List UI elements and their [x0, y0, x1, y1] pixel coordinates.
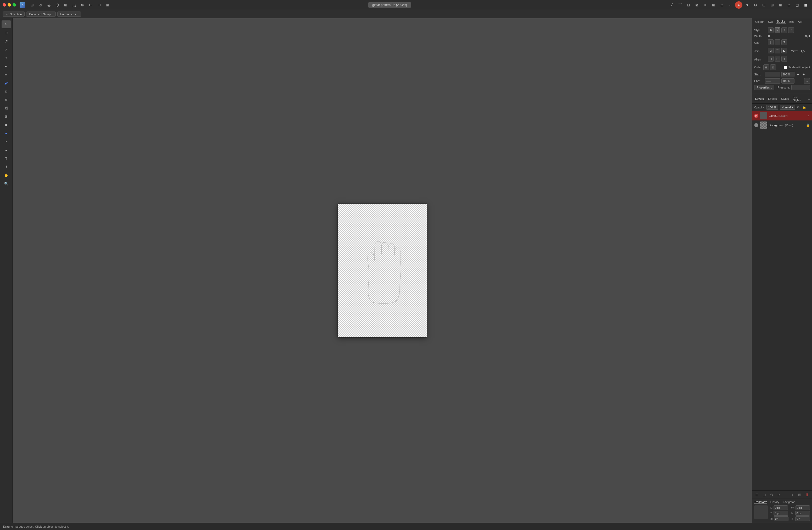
pressure-field[interactable] [791, 85, 810, 90]
paint-tool-button[interactable]: 🖌 [2, 79, 11, 87]
transform-icon[interactable]: ⊕ [79, 1, 86, 9]
no-selection-button[interactable]: No Selection [3, 12, 25, 17]
align-inside-icon[interactable]: ⊣ [768, 56, 773, 62]
stroke-tab[interactable]: Stroke [776, 19, 786, 24]
grid2-icon[interactable]: ⊞ [62, 1, 69, 9]
end-line-selector[interactable]: —— [765, 78, 780, 84]
layer-settings-2-icon[interactable]: ⊞ [797, 492, 802, 498]
start-plus2-btn[interactable]: + [801, 72, 806, 77]
cap-square-icon[interactable]: ⊤ [781, 39, 787, 45]
layer-lock-icon[interactable]: 🔒 [802, 106, 806, 109]
snap-icon[interactable]: ⊕ [719, 1, 726, 9]
layers-options-icon[interactable]: ≡ [808, 97, 810, 101]
view-icon[interactable]: ◎ [45, 1, 53, 9]
effects-tab[interactable]: Effects [767, 97, 778, 101]
selection-icon[interactable]: ⬚ [70, 1, 78, 9]
pencil-tool-button[interactable]: ✏ [2, 71, 11, 79]
layer-vis-bg[interactable] [754, 123, 758, 127]
order-2-icon[interactable]: ⊠ [770, 65, 776, 70]
triangle-tool-button[interactable]: ▲ [2, 146, 11, 154]
grid3-icon[interactable]: ⊞ [710, 1, 717, 9]
justify-icon[interactable]: ≡ [701, 1, 709, 9]
oval-tool-button[interactable]: ● [2, 129, 11, 137]
export-icon[interactable]: ⊞ [769, 1, 776, 9]
styles-tab[interactable]: Styles [780, 97, 790, 101]
image-tool-button[interactable]: 🖼 [2, 104, 11, 112]
start-pct-selector[interactable]: 100 % [781, 72, 795, 77]
arrow-tool-button[interactable]: ↖ [2, 20, 11, 28]
layer-settings-icon[interactable]: ⚙ [797, 106, 800, 109]
minimize-button[interactable] [8, 3, 11, 6]
transform-tab[interactable]: Transform [754, 500, 767, 504]
history-tab[interactable]: History [770, 500, 779, 504]
layer-vis-1[interactable]: ▶ [754, 114, 758, 118]
stroke-outer-icon[interactable]: ↗ [781, 27, 787, 33]
scale-with-object-checkbox[interactable] [784, 66, 787, 69]
opacity-value[interactable]: 100 % [766, 105, 778, 110]
text-styles-tab[interactable]: Text Styles [792, 95, 806, 102]
h-field[interactable]: 0 px [795, 511, 810, 516]
align-center-stroke-icon[interactable]: ⊢ [774, 56, 780, 62]
share-icon[interactable]: ⎋ [37, 1, 44, 9]
order-1-icon[interactable]: ⊟ [763, 65, 769, 70]
add-pixel-layer-icon[interactable]: ◻ [762, 492, 767, 498]
x-field[interactable]: 0 px [773, 505, 788, 510]
pixel-icon[interactable]: ⊡ [760, 1, 768, 9]
apr-tab[interactable]: Apr [797, 20, 803, 24]
start-line-selector[interactable]: —— [765, 72, 780, 77]
dropdown-arrow[interactable]: ▾ [743, 1, 751, 9]
fill-tool-button[interactable]: ⊡ [2, 87, 11, 95]
end-circle-icon[interactable]: ○ [804, 78, 810, 84]
align-outside-icon[interactable]: ⊤ [781, 56, 787, 62]
stroke-solid-icon[interactable]: ╱ [774, 27, 780, 33]
hand-tool-button[interactable]: ✋ [2, 171, 11, 179]
snapping-icon[interactable]: ↔ [727, 1, 734, 9]
roundrect-tool-button[interactable]: ▪ [2, 138, 11, 145]
r-field[interactable]: 0 ° [774, 516, 788, 521]
zoom-tool-button[interactable]: 🔍 [2, 180, 11, 187]
knife-tool-button[interactable]: ⌇ [2, 163, 11, 171]
end-pct-selector[interactable]: 100 % [781, 78, 795, 84]
w-field[interactable]: 0 px [796, 505, 810, 510]
mask-icon[interactable]: ◻ [794, 1, 801, 9]
join-bevel-icon[interactable]: ◣ [781, 48, 787, 53]
text-tool-button[interactable]: T [2, 154, 11, 162]
contour-tool-button[interactable]: ⌗ [2, 54, 11, 62]
canvas-area[interactable] [13, 18, 752, 523]
cap-round-icon[interactable]: ⌒ [774, 39, 780, 45]
circle-icon[interactable]: ⊙ [785, 1, 793, 9]
curve-icon[interactable]: ⌒ [677, 1, 684, 9]
add-mask-icon[interactable]: ⊙ [769, 492, 774, 498]
pen-tb-icon[interactable]: ╱ [668, 1, 676, 9]
blend-mode-selector[interactable]: Normal ▾ [780, 105, 795, 110]
subselect-tool-button[interactable]: ↗ [2, 37, 11, 45]
split-icon[interactable]: ⊟ [685, 1, 692, 9]
document-setup-button[interactable]: Document Setup... [26, 12, 56, 17]
rect-tool-button[interactable]: ■ [2, 121, 11, 129]
preferences-button[interactable]: Preferences... [57, 12, 81, 17]
add-layer-icon[interactable]: + [789, 492, 795, 498]
swt-tab[interactable]: Swt [767, 20, 773, 24]
color2-icon[interactable]: ◼ [802, 1, 809, 9]
marquee-tool-button[interactable]: ⬚ [2, 29, 11, 37]
add-layer-group-icon[interactable]: ⊞ [754, 492, 760, 498]
add-adjustment-icon[interactable]: fx [776, 492, 782, 498]
colour-tab[interactable]: Colour [754, 20, 765, 24]
layer-item-bg[interactable]: Background (Pixel) 🔒 [752, 121, 812, 130]
align-left-icon[interactable]: ⊢ [87, 1, 95, 9]
s-field[interactable]: 0 ° [795, 516, 810, 521]
y-field[interactable]: 0 px [773, 511, 788, 516]
layer-check-1[interactable]: ✓ [807, 114, 810, 117]
macro-icon[interactable]: ● [735, 1, 742, 9]
node-tool-button[interactable]: ⤢ [2, 45, 11, 53]
maximize-button[interactable] [13, 3, 16, 6]
properties-button[interactable]: Properties... [754, 85, 774, 90]
close-button[interactable] [3, 3, 6, 6]
navigator-tab[interactable]: Navigator [782, 500, 795, 504]
mirror-icon[interactable]: ⊠ [693, 1, 700, 9]
join-round-icon[interactable]: ⌒ [774, 48, 780, 53]
brs-tab[interactable]: Brs [788, 20, 795, 24]
crop-tool-button[interactable]: ⊠ [2, 113, 11, 121]
color-picker-button[interactable]: ⊕ [2, 96, 11, 104]
start-plus-btn[interactable]: + [796, 72, 800, 77]
